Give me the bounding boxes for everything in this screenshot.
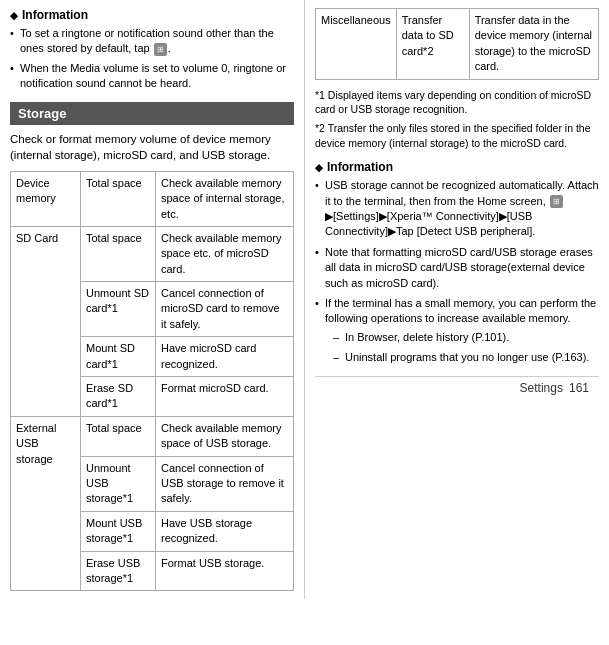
action-cell: Total space <box>81 416 156 456</box>
diamond-icon-right: ◆ <box>315 162 323 173</box>
action-cell: Total space <box>81 171 156 226</box>
desc-cell: Format USB storage. <box>156 551 294 591</box>
desc-cell: Cancel connection of USB storage to remo… <box>156 456 294 511</box>
footnote-1: *1 Displayed items vary depending on con… <box>315 88 599 117</box>
storage-description: Check or format memory volume of device … <box>10 131 294 163</box>
storage-description-text: Check or format memory volume of device … <box>10 133 271 161</box>
desc-cell: Check available memory space etc. of mic… <box>156 226 294 281</box>
action-cell: Unmount USB storage*1 <box>81 456 156 511</box>
action-cell: Erase USB storage*1 <box>81 551 156 591</box>
top-info-item-1-text: To set a ringtone or notification sound … <box>20 27 274 54</box>
table-row: Device memory Total space Check availabl… <box>11 171 294 226</box>
right-info-list: USB storage cannot be recognized automat… <box>315 178 599 365</box>
footer-settings-label: Settings <box>520 381 563 395</box>
page-container: ◆ Information To set a ringtone or notif… <box>0 0 609 599</box>
right-info-item-1: USB storage cannot be recognized automat… <box>315 178 599 240</box>
storage-table: Device memory Total space Check availabl… <box>10 171 294 592</box>
device-memory-cell: Device memory <box>11 171 81 226</box>
right-info-title-text: Information <box>327 160 393 174</box>
desc-cell: Have USB storage recognized. <box>156 511 294 551</box>
right-column: Miscellaneous Transfer data to SD card*2… <box>305 0 609 599</box>
action-cell: Mount USB storage*1 <box>81 511 156 551</box>
top-info-item-2: When the Media volume is set to volume 0… <box>10 61 294 92</box>
action-cell: Total space <box>81 226 156 281</box>
home-icon-inline: ⊞ <box>550 195 563 208</box>
right-info-item-3: If the terminal has a small memory, you … <box>315 296 599 366</box>
left-column: ◆ Information To set a ringtone or notif… <box>0 0 305 599</box>
footnote-2: *2 Transfer the only files stored in the… <box>315 121 599 150</box>
sd-card-cell: SD Card <box>11 226 81 416</box>
top-info-section: ◆ Information To set a ringtone or notif… <box>10 8 294 92</box>
top-info-list: To set a ringtone or notification sound … <box>10 26 294 92</box>
desc-cell: Format microSD card. <box>156 377 294 417</box>
footnotes: *1 Displayed items vary depending on con… <box>315 88 599 151</box>
diamond-icon: ◆ <box>10 10 18 21</box>
top-info-title: ◆ Information <box>10 8 294 22</box>
footer-page-number: 161 <box>569 381 589 395</box>
table-row: SD Card Total space Check available memo… <box>11 226 294 281</box>
usb-storage-cell: External USB storage <box>11 416 81 591</box>
desc-cell: Have microSD card recognized. <box>156 337 294 377</box>
misc-col3: Transfer data in the device memory (inte… <box>469 9 598 80</box>
action-cell: Unmount SD card*1 <box>81 282 156 337</box>
misc-table: Miscellaneous Transfer data to SD card*2… <box>315 8 599 80</box>
right-info-title: ◆ Information <box>315 160 599 174</box>
misc-table-row: Miscellaneous Transfer data to SD card*2… <box>316 9 599 80</box>
right-info-section: ◆ Information USB storage cannot be reco… <box>315 160 599 365</box>
top-info-title-text: Information <box>22 8 88 22</box>
desc-cell: Check available memory space of internal… <box>156 171 294 226</box>
settings-icon-inline: ⊞ <box>154 43 167 56</box>
sub-list-item-2: Uninstall programs that you no longer us… <box>333 350 599 365</box>
table-row: External USB storage Total space Check a… <box>11 416 294 456</box>
top-info-item-2-text: When the Media volume is set to volume 0… <box>20 62 286 89</box>
right-info-item-2: Note that formatting microSD card/USB st… <box>315 245 599 291</box>
misc-col1: Miscellaneous <box>316 9 397 80</box>
storage-header: Storage <box>10 102 294 125</box>
top-info-item-1: To set a ringtone or notification sound … <box>10 26 294 57</box>
desc-cell: Check available memory space of USB stor… <box>156 416 294 456</box>
sub-list-item-1: In Browser, delete history (P.101). <box>333 330 599 345</box>
action-cell: Mount SD card*1 <box>81 337 156 377</box>
action-cell: Erase SD card*1 <box>81 377 156 417</box>
sub-list: In Browser, delete history (P.101). Unin… <box>325 330 599 366</box>
desc-cell: Cancel connection of microSD card to rem… <box>156 282 294 337</box>
page-footer: Settings 161 <box>315 376 599 399</box>
storage-header-text: Storage <box>18 106 66 121</box>
misc-col2: Transfer data to SD card*2 <box>396 9 469 80</box>
